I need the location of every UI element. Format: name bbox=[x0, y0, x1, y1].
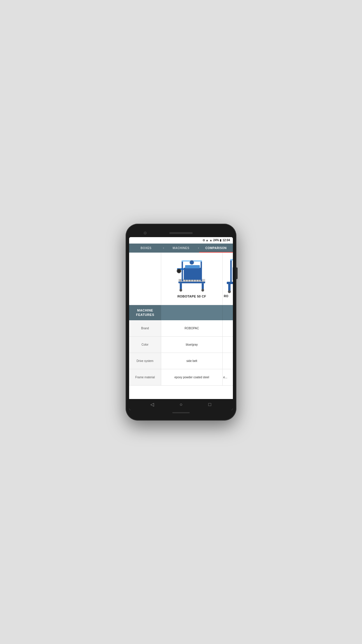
drm-icon: ⊙ bbox=[203, 239, 205, 242]
product-col-1: ROBOTAPE 50 CF bbox=[161, 253, 223, 305]
svg-rect-16 bbox=[185, 265, 200, 268]
machine-svg-2 bbox=[224, 256, 233, 293]
svg-point-3 bbox=[180, 289, 182, 291]
product-col-2: RO bbox=[223, 253, 233, 305]
tab-comparison[interactable]: COMPARISON bbox=[199, 244, 233, 253]
wifi-icon: ▲ bbox=[206, 239, 209, 242]
features-header-row: MACHINE FEATURES bbox=[129, 305, 233, 320]
label-brand: Brand bbox=[129, 320, 161, 336]
home-button[interactable]: ○ bbox=[177, 400, 185, 409]
content-area: ROBOTAPE 50 CF bbox=[129, 253, 233, 399]
back-button[interactable]: ◁ bbox=[148, 400, 157, 409]
svg-point-27 bbox=[228, 290, 231, 293]
phone-screen: ⊙ ▲ ▲ 24% ▮ 12:04 BOXES › MACHINES › COM… bbox=[129, 237, 233, 410]
value-color-1: blue/gray bbox=[161, 337, 223, 353]
svg-rect-17 bbox=[182, 261, 183, 281]
product-header-row: ROBOTAPE 50 CF bbox=[129, 253, 233, 305]
svg-rect-29 bbox=[233, 267, 233, 280]
phone-speaker bbox=[169, 232, 193, 234]
table-row-frame: Frame material epoxy powder coated steel… bbox=[129, 369, 233, 386]
features-header-col-1 bbox=[161, 305, 223, 320]
features-header-col-2 bbox=[223, 305, 233, 320]
status-icons: ⊙ ▲ ▲ 24% ▮ 12:04 bbox=[203, 239, 230, 242]
phone-bottom-bar bbox=[129, 410, 233, 415]
comparison-table: ROBOTAPE 50 CF bbox=[129, 253, 233, 399]
svg-rect-6 bbox=[180, 279, 181, 281]
signal-icon: ▲ bbox=[210, 239, 212, 242]
phone-device: ⊙ ▲ ▲ 24% ▮ 12:04 BOXES › MACHINES › COM… bbox=[126, 224, 236, 421]
table-row-drive: Drive system side belt bbox=[129, 353, 233, 369]
value-drive-2 bbox=[223, 353, 233, 369]
label-drive: Drive system bbox=[129, 353, 161, 369]
svg-point-4 bbox=[201, 289, 204, 291]
svg-rect-24 bbox=[227, 282, 233, 284]
tab-boxes[interactable]: BOXES bbox=[129, 244, 163, 253]
navigation-tabs: BOXES › MACHINES › COMPARISON bbox=[129, 244, 233, 253]
home-indicator bbox=[172, 412, 190, 413]
machine-svg-1 bbox=[176, 256, 208, 293]
phone-top-bar bbox=[129, 229, 233, 237]
battery-percentage: 24% bbox=[213, 239, 219, 242]
value-frame-1: epoxy powder coated steel bbox=[161, 369, 223, 385]
value-frame-2: e... bbox=[223, 369, 233, 385]
label-color: Color bbox=[129, 337, 161, 353]
svg-rect-15 bbox=[184, 268, 201, 280]
side-button[interactable] bbox=[236, 267, 238, 279]
time-display: 12:04 bbox=[222, 239, 230, 242]
features-header-label: MACHINE FEATURES bbox=[129, 305, 161, 320]
phone-camera bbox=[144, 232, 147, 235]
value-drive-1: side belt bbox=[161, 353, 223, 369]
svg-rect-32 bbox=[230, 259, 233, 260]
product-name-2: RO bbox=[224, 295, 229, 298]
label-frame: Frame material bbox=[129, 369, 161, 385]
table-row-brand: Brand ROBOPAC bbox=[129, 320, 233, 337]
svg-point-22 bbox=[178, 270, 180, 272]
value-brand-1: ROBOPAC bbox=[161, 320, 223, 336]
product-label-empty bbox=[129, 253, 161, 305]
table-row-color: Color blue/gray bbox=[129, 337, 233, 353]
status-bar: ⊙ ▲ ▲ 24% ▮ 12:04 bbox=[129, 237, 233, 244]
recent-apps-button[interactable]: □ bbox=[205, 400, 214, 409]
svg-rect-30 bbox=[230, 260, 232, 282]
bottom-navigation: ◁ ○ □ bbox=[129, 399, 233, 410]
product-name-1: ROBOTAPE 50 CF bbox=[178, 295, 206, 298]
tab-machines[interactable]: MACHINES bbox=[164, 244, 198, 253]
svg-point-23 bbox=[190, 260, 194, 265]
value-color-2 bbox=[223, 337, 233, 353]
battery-icon: ▮ bbox=[220, 239, 222, 242]
value-brand-2 bbox=[223, 320, 233, 336]
machine-image-1 bbox=[176, 256, 208, 293]
svg-rect-18 bbox=[201, 261, 202, 281]
machine-image-2-container bbox=[224, 256, 233, 293]
